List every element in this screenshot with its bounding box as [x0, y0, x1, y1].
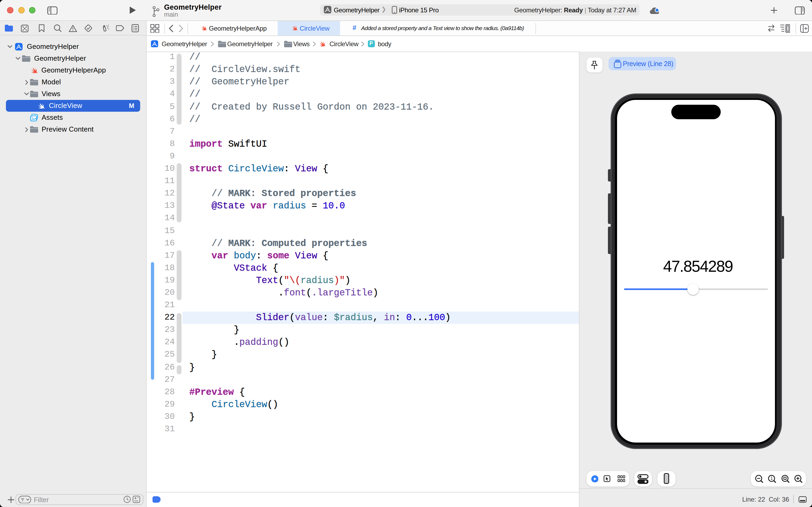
- svg-text:1: 1: [771, 476, 773, 481]
